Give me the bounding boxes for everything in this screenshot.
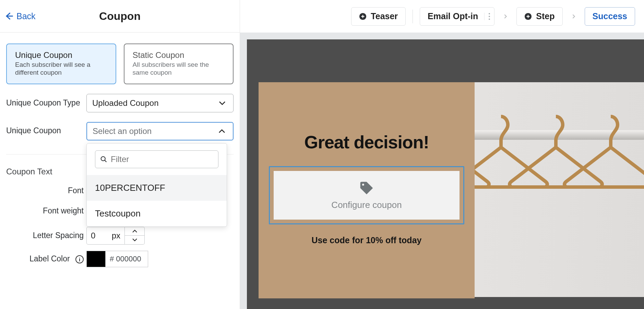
unique-coupon-card[interactable]: Unique Coupon Each subscriber will see a… <box>6 44 116 84</box>
svg-point-3 <box>489 16 490 17</box>
letter-spacing-row: Letter Spacing 0 px <box>6 227 234 245</box>
card-title: Unique Coupon <box>15 50 109 60</box>
stepper-unit: px <box>112 231 120 240</box>
stepper-value: 0 <box>91 231 95 240</box>
info-icon[interactable]: i <box>75 255 84 263</box>
chevron-right-icon <box>570 12 578 21</box>
svg-point-0 <box>101 157 105 161</box>
add-icon <box>359 13 367 20</box>
coupon-type-cards: Unique Coupon Each subscriber will see a… <box>6 44 234 84</box>
chevron-down-icon <box>218 99 226 107</box>
preview-canvas: Great decision! Configure coupon Use cod… <box>240 33 644 309</box>
field-label: Unique Coupon <box>6 122 86 135</box>
back-label: Back <box>16 11 36 21</box>
field-label: Label Color i <box>6 254 86 263</box>
preview-panel: Teaser Email Opt-in Step Success <box>240 0 644 309</box>
color-swatch[interactable] <box>86 251 105 267</box>
back-button[interactable]: Back <box>4 11 36 21</box>
filter-input[interactable] <box>111 154 213 164</box>
card-title: Static Coupon <box>133 50 227 60</box>
popup-title: Great decision! <box>259 132 475 152</box>
step-more-menu[interactable] <box>484 13 491 20</box>
coupon-slot[interactable]: Configure coupon <box>269 166 464 224</box>
field-label: Letter Spacing <box>6 231 86 240</box>
chevron-up-icon <box>218 127 226 135</box>
popup-preview-card: Great decision! Configure coupon Use cod… <box>259 82 475 298</box>
select-placeholder: Select an option <box>93 126 152 136</box>
steps-bar: Teaser Email Opt-in Step Success <box>240 0 644 33</box>
card-subtitle: Each subscriber will see a different cou… <box>15 61 109 77</box>
search-icon <box>100 155 107 163</box>
email-optin-step-button[interactable]: Email Opt-in <box>420 7 494 26</box>
divider <box>413 10 413 23</box>
step-label: Success <box>593 11 627 21</box>
step-label: Email Opt-in <box>428 11 478 21</box>
more-vertical-icon <box>488 13 491 20</box>
coupon-dropdown-panel: 10PERCENTOFF Testcoupon <box>86 143 227 227</box>
chevron-right-icon <box>501 12 510 21</box>
stepper-up[interactable] <box>125 227 144 236</box>
card-subtitle: All subscribers will see the same coupon <box>133 61 227 77</box>
dropdown-option[interactable]: 10PERCENTOFF <box>87 175 227 201</box>
dropdown-filter-input[interactable] <box>95 150 218 168</box>
field-label: Unique Coupon Type <box>6 98 86 108</box>
color-hex-input[interactable] <box>105 251 148 267</box>
unique-coupon-type-select[interactable]: Uploaded Coupon <box>86 94 234 112</box>
popup-subtext: Use code for 10% off today <box>259 235 475 245</box>
svg-point-6 <box>362 183 364 185</box>
add-icon <box>524 13 532 20</box>
settings-panel: Back Coupon Unique Coupon Each subscribe… <box>0 0 240 309</box>
teaser-step-button[interactable]: Teaser <box>351 7 406 26</box>
unique-coupon-row: Unique Coupon Select an option <box>6 122 234 140</box>
panel-header: Back Coupon <box>0 0 240 33</box>
field-label: Font <box>6 186 86 195</box>
step-label: Teaser <box>371 11 398 21</box>
letter-spacing-stepper[interactable]: 0 px <box>86 227 234 245</box>
step-label: Step <box>536 11 554 21</box>
unique-coupon-type-row: Unique Coupon Type Uploaded Coupon <box>6 94 234 112</box>
panel-title: Coupon <box>0 10 240 23</box>
svg-point-2 <box>489 13 490 14</box>
svg-point-4 <box>489 18 490 20</box>
static-coupon-card[interactable]: Static Coupon All subscribers will see t… <box>124 44 234 84</box>
configure-coupon-text: Configure coupon <box>331 200 402 210</box>
dropdown-option[interactable]: Testcoupon <box>87 201 227 226</box>
select-value: Uploaded Coupon <box>92 98 159 108</box>
unique-coupon-select[interactable]: Select an option <box>86 122 234 140</box>
add-step-button[interactable]: Step <box>516 7 562 26</box>
label-color-row: Label Color i <box>6 251 234 267</box>
stepper-down[interactable] <box>125 236 144 244</box>
tag-icon <box>359 181 374 196</box>
field-label: Font weight <box>6 206 86 215</box>
success-step-button[interactable]: Success <box>585 7 635 26</box>
